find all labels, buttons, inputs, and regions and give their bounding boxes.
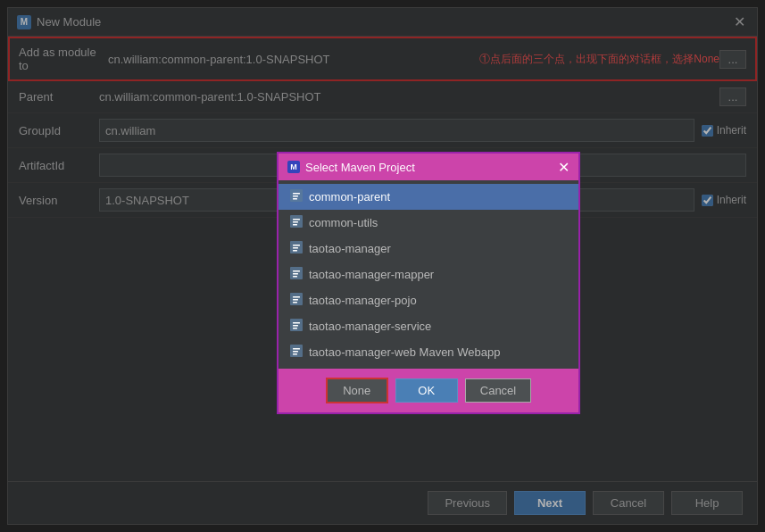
maven-dialog-title: Select Maven Project	[305, 161, 415, 174]
maven-item-label: taotao-manager	[309, 242, 391, 255]
svg-rect-14	[293, 273, 298, 275]
module-icon	[289, 240, 304, 257]
svg-rect-27	[293, 353, 297, 355]
maven-dialog: M Select Maven Project ✕ common-parent c…	[277, 152, 580, 414]
maven-none-button[interactable]: None	[326, 378, 388, 403]
maven-item-label: common-parent	[309, 190, 390, 204]
maven-item-label: taotao-manager-web Maven Webapp	[309, 345, 500, 359]
svg-rect-18	[293, 299, 298, 301]
svg-rect-7	[293, 224, 297, 226]
module-icon	[289, 344, 304, 361]
svg-rect-1	[293, 193, 300, 195]
maven-close-button[interactable]: ✕	[558, 159, 570, 176]
maven-item-label: taotao-manager-service	[309, 320, 431, 333]
svg-rect-17	[293, 296, 300, 298]
maven-item-label: common-utils	[309, 216, 378, 229]
maven-title-left: M Select Maven Project	[287, 161, 415, 174]
maven-list-item[interactable]: taotao-manager-web Maven Webapp	[279, 339, 578, 365]
svg-rect-6	[293, 221, 298, 223]
svg-rect-19	[293, 302, 297, 303]
maven-bottom-bar: None OK Cancel	[279, 369, 578, 412]
maven-project-list: common-parent common-utils taotao-manage…	[279, 180, 578, 369]
svg-rect-3	[293, 198, 297, 200]
maven-dialog-icon: M	[287, 161, 300, 173]
svg-rect-26	[293, 351, 298, 353]
svg-rect-11	[293, 250, 297, 252]
svg-rect-25	[293, 348, 300, 350]
module-icon	[289, 292, 304, 309]
maven-cancel-button[interactable]: Cancel	[465, 378, 531, 403]
module-icon	[289, 188, 304, 205]
maven-list-item[interactable]: taotao-manager-service	[279, 313, 578, 339]
svg-rect-10	[293, 247, 298, 249]
svg-rect-22	[293, 325, 298, 327]
maven-list-item[interactable]: taotao-manager-mapper	[279, 262, 578, 287]
maven-list-item[interactable]: taotao-manager	[279, 236, 578, 262]
module-icon	[289, 214, 304, 231]
svg-rect-2	[293, 195, 298, 197]
maven-item-label: taotao-manager-mapper	[309, 268, 434, 281]
maven-ok-button[interactable]: OK	[395, 378, 458, 403]
maven-list-item[interactable]: taotao-manager-pojo	[279, 287, 578, 313]
svg-rect-21	[293, 322, 300, 324]
maven-item-label: taotao-manager-pojo	[309, 294, 417, 307]
svg-rect-15	[293, 276, 297, 278]
svg-rect-9	[293, 245, 300, 246]
module-icon	[289, 318, 304, 335]
maven-list-item[interactable]: common-utils	[279, 210, 578, 236]
svg-rect-5	[293, 219, 300, 220]
module-icon	[289, 266, 304, 283]
svg-rect-13	[293, 270, 300, 272]
maven-list-item[interactable]: common-parent	[279, 184, 578, 210]
svg-rect-23	[293, 328, 297, 329]
maven-title-bar: M Select Maven Project ✕	[279, 154, 578, 180]
